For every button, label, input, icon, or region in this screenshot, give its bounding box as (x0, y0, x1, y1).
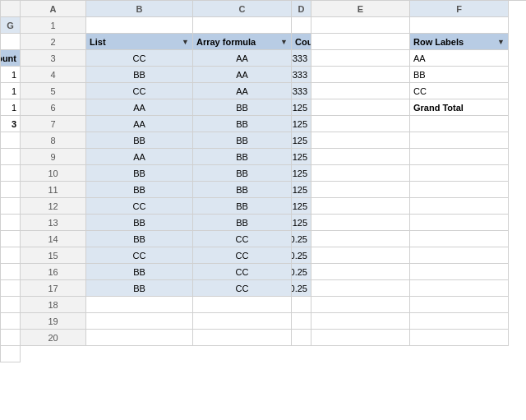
g-empty (1, 132, 21, 149)
pivot-label-aa: AA (410, 50, 509, 67)
table-row: 0.25 (292, 247, 311, 264)
e-empty (311, 264, 410, 280)
empty-cell (1, 313, 21, 330)
table-row: BB (193, 116, 292, 132)
table-row: CC (193, 264, 292, 280)
empty-cell (193, 17, 292, 34)
table-row: CC (193, 280, 292, 297)
table-row: 0.125 (292, 149, 311, 165)
e-empty (311, 149, 410, 165)
empty-cell (410, 313, 509, 330)
table-row: BB (193, 198, 292, 215)
e2-empty (311, 34, 410, 50)
table-row: BB (193, 182, 292, 198)
f-empty (410, 132, 509, 149)
col-header-G: G (1, 17, 21, 34)
g-empty (1, 247, 21, 264)
table-row: 0.333333333 (292, 83, 311, 99)
f-empty (410, 149, 509, 165)
row-header-8: 8 (21, 132, 86, 149)
table-row: 0.25 (292, 231, 311, 247)
count-header[interactable]: Count▼ (292, 34, 311, 50)
pivot-grand-total-value: 3 (1, 116, 21, 132)
table-row: CC (86, 83, 193, 99)
table-row: CC (193, 231, 292, 247)
empty-cell (86, 330, 193, 346)
empty-cell (410, 17, 509, 34)
f-empty (410, 264, 509, 280)
empty-cell (292, 17, 311, 34)
empty-cell (292, 313, 311, 330)
table-row: CC (86, 198, 193, 215)
list-header[interactable]: List▼ (86, 34, 193, 50)
e-empty (311, 83, 410, 99)
table-row: 0.125 (292, 116, 311, 132)
empty-cell (193, 313, 292, 330)
row-header-13: 13 (21, 215, 86, 231)
e-empty (311, 198, 410, 215)
e-empty (311, 132, 410, 149)
row-header-4: 4 (21, 67, 86, 83)
col-header-F: F (410, 1, 509, 17)
e-empty (311, 247, 410, 264)
table-row: 0.125 (292, 198, 311, 215)
empty-cell (311, 297, 410, 313)
table-row: CC (86, 50, 193, 67)
col-header-C: C (193, 1, 292, 17)
f-empty (410, 182, 509, 198)
pivot-value-bb: 1 (1, 83, 21, 99)
empty-cell (311, 313, 410, 330)
f-empty (410, 215, 509, 231)
g-empty (1, 280, 21, 297)
empty-cell (193, 330, 292, 346)
pivot-sum-of-count-header: Sum of Count (1, 50, 21, 67)
row-header-11: 11 (21, 182, 86, 198)
table-row: BB (86, 182, 193, 198)
empty-cell (86, 17, 193, 34)
empty-cell (86, 297, 193, 313)
g-empty (1, 149, 21, 165)
pivot-value-cc: 1 (1, 99, 21, 116)
f-empty (410, 247, 509, 264)
table-row: CC (86, 247, 193, 264)
row-header-19: 19 (21, 313, 86, 330)
table-row: BB (193, 215, 292, 231)
table-row: BB (193, 165, 292, 182)
g-empty (1, 215, 21, 231)
table-row: 0.125 (292, 182, 311, 198)
e-empty (311, 50, 410, 67)
row-header-12: 12 (21, 198, 86, 215)
row-header-18: 18 (21, 297, 86, 313)
f-empty (410, 116, 509, 132)
f-empty (410, 165, 509, 182)
col-header-A: A (21, 1, 86, 17)
row-header-16: 16 (21, 264, 86, 280)
g-empty (1, 231, 21, 247)
empty-cell (410, 297, 509, 313)
g-empty (1, 182, 21, 198)
table-row: AA (86, 149, 193, 165)
array-formula-header[interactable]: Array formula▼ (193, 34, 292, 50)
e-empty (311, 280, 410, 297)
row-header-2: 2 (21, 34, 86, 50)
table-row: BB (193, 99, 292, 116)
row-header-1: 1 (21, 17, 86, 34)
table-row: BB (86, 215, 193, 231)
empty-cell (1, 34, 21, 50)
table-row: AA (193, 67, 292, 83)
table-row: 0.125 (292, 132, 311, 149)
empty-cell (292, 297, 311, 313)
row-header-9: 9 (21, 149, 86, 165)
g-empty (1, 198, 21, 215)
e-empty (311, 116, 410, 132)
row-header-5: 5 (21, 83, 86, 99)
table-row: AA (86, 99, 193, 116)
table-row: 0.25 (292, 280, 311, 297)
corner-header (1, 1, 21, 17)
table-row: BB (86, 264, 193, 280)
e-empty (311, 231, 410, 247)
table-row: AA (86, 116, 193, 132)
table-row: 0.333333333 (292, 67, 311, 83)
pivot-row-labels-header[interactable]: Row Labels▼ (410, 34, 509, 50)
table-row: BB (86, 280, 193, 297)
